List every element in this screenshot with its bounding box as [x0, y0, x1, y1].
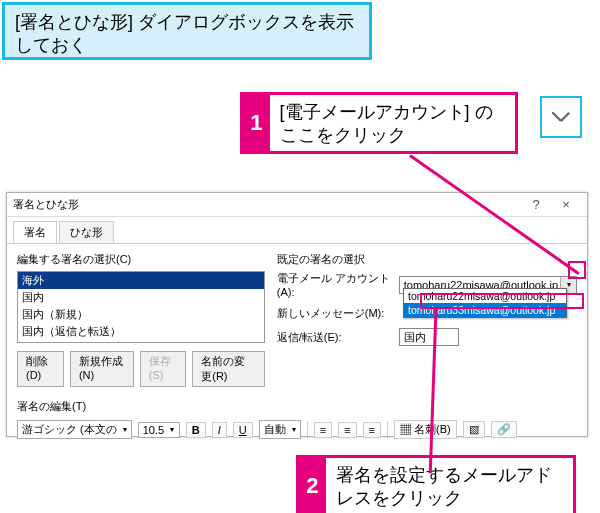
- align-left-button[interactable]: ≡: [314, 422, 332, 438]
- tab-stationery[interactable]: ひな形: [59, 221, 114, 243]
- divider: [307, 421, 308, 439]
- callout-1: 1 [電子メールアカウント] のここをクリック: [240, 92, 518, 154]
- callout-2-number: 2: [299, 458, 326, 513]
- italic-button[interactable]: I: [212, 422, 227, 438]
- rename-button[interactable]: 名前の変更(R): [192, 351, 264, 387]
- callout-2: 2 署名を設定するメールアドレスをクリック: [296, 455, 576, 513]
- save-button: 保存(S): [140, 351, 186, 387]
- signature-listbox[interactable]: 海外 国内 国内（新規） 国内（返信と転送）: [17, 271, 265, 343]
- reply-forward-label: 返信/転送(E):: [277, 330, 395, 345]
- picture-button[interactable]: ▧: [463, 421, 485, 438]
- font-color-select[interactable]: 自動▾: [259, 420, 301, 439]
- instruction-text: [署名とひな形] ダイアログボックスを表示しておく: [15, 12, 354, 55]
- dialog-title: 署名とひな形: [13, 197, 79, 212]
- underline-button[interactable]: U: [233, 422, 253, 438]
- select-signature-label: 編集する署名の選択(C): [17, 252, 265, 267]
- email-account-dropdown[interactable]: tomoharu22misawa@outlook.jp tomoharu33mi…: [403, 288, 567, 318]
- edit-signature-label: 署名の編集(T): [17, 399, 577, 414]
- email-account-label: 電子メール アカウント(A):: [277, 271, 395, 298]
- format-toolbar: 游ゴシック (本文の▾ 10.5▾ B I U 自動▾ ≡ ≡ ≡ ▦ 名刺(B…: [7, 420, 587, 439]
- chevron-down-icon: [551, 110, 571, 124]
- align-center-button[interactable]: ≡: [338, 422, 356, 438]
- list-item[interactable]: 国内（返信と転送）: [18, 323, 264, 340]
- callout-1-number: 1: [243, 95, 270, 151]
- divider: [387, 421, 388, 439]
- font-size-select[interactable]: 10.5▾: [138, 422, 180, 438]
- callout-1-text: [電子メールアカウント] のここをクリック: [270, 95, 515, 151]
- tab-signatures[interactable]: 署名: [13, 221, 57, 243]
- close-button[interactable]: ×: [551, 197, 581, 212]
- dialog-titlebar: 署名とひな形 ? ×: [7, 193, 587, 217]
- bold-button[interactable]: B: [186, 422, 206, 438]
- list-item[interactable]: 海外: [18, 272, 264, 289]
- business-card-button[interactable]: ▦ 名刺(B): [394, 420, 457, 439]
- callout-2-text: 署名を設定するメールアドレスをクリック: [326, 458, 573, 513]
- font-family-select[interactable]: 游ゴシック (本文の▾: [17, 420, 132, 439]
- dropdown-option[interactable]: tomoharu22misawa@outlook.jp: [404, 289, 566, 303]
- reply-forward-select[interactable]: 国内: [399, 328, 459, 346]
- signatures-dialog: 署名とひな形 ? × 署名 ひな形 編集する署名の選択(C) 海外 国内 国内（…: [6, 192, 588, 437]
- align-right-button[interactable]: ≡: [363, 422, 381, 438]
- help-button[interactable]: ?: [521, 197, 551, 212]
- instruction-banner: [署名とひな形] ダイアログボックスを表示しておく: [2, 2, 372, 60]
- new-button[interactable]: 新規作成(N): [70, 351, 134, 387]
- dropdown-arrow-zoom: [540, 96, 582, 138]
- new-message-label: 新しいメッセージ(M):: [277, 306, 395, 321]
- default-signature-label: 既定の署名の選択: [277, 252, 577, 267]
- list-item[interactable]: 国内（新規）: [18, 306, 264, 323]
- list-item[interactable]: 国内: [18, 289, 264, 306]
- dropdown-option[interactable]: tomoharu33misawa@outlook.jp: [404, 303, 566, 317]
- hyperlink-button[interactable]: 🔗: [491, 421, 517, 438]
- reply-forward-value: 国内: [404, 331, 426, 343]
- delete-button[interactable]: 削除(D): [17, 351, 64, 387]
